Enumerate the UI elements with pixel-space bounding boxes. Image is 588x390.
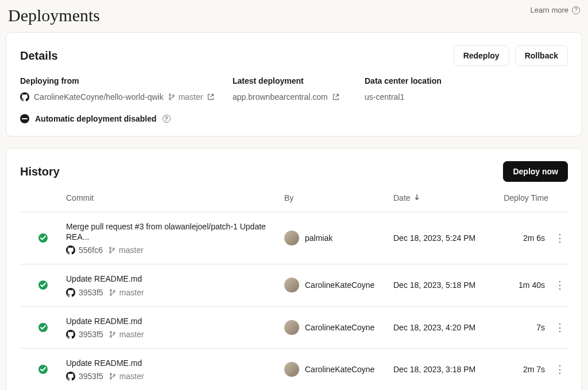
branch-icon (109, 246, 115, 254)
svg-point-9 (110, 332, 111, 333)
svg-point-12 (110, 373, 111, 375)
commit-hash: 556fc6 (79, 245, 103, 255)
commit-message: Update README.md (66, 274, 284, 284)
svg-point-8 (113, 290, 115, 292)
branch-icon (109, 372, 116, 380)
svg-point-2 (172, 95, 174, 96)
history-card: History Deploy now Commit By Date Deploy… (6, 148, 582, 390)
commit-hash-link[interactable]: 3953f5 (66, 288, 103, 297)
commit-hash: 3953f5 (79, 372, 103, 381)
column-commit: Commit (66, 193, 284, 202)
author-name: CarolineKateCoyne (305, 365, 374, 374)
deploy-date: Dec 18, 2023, 4:20 PM (393, 323, 502, 332)
success-status-icon (38, 365, 48, 374)
details-title: Details (20, 49, 58, 63)
author-name: palmiak (305, 233, 332, 243)
svg-point-5 (113, 248, 115, 250)
sort-desc-icon (414, 193, 420, 202)
table-row[interactable]: Update README.md 3953f5 master CarolineK… (20, 264, 568, 306)
learn-more-label: Learn more (531, 6, 568, 14)
deploy-date: Dec 18, 2023, 3:18 PM (393, 365, 502, 374)
commit-hash-link[interactable]: 3953f5 (66, 372, 103, 381)
deploy-date: Dec 18, 2023, 5:18 PM (393, 280, 502, 290)
commit-branch: master (119, 288, 144, 297)
github-icon (20, 92, 29, 102)
data-center-value: us-central1 (365, 92, 404, 102)
commit-hash: 3953f5 (79, 288, 103, 297)
deploy-now-button[interactable]: Deploy now (503, 161, 568, 182)
github-icon (66, 288, 75, 297)
details-card: Details Redeploy Rollback Deploying from… (6, 32, 582, 136)
table-row[interactable]: Update README.md 3953f5 master CarolineK… (20, 307, 568, 349)
branch-icon (109, 330, 116, 338)
commit-hash-link[interactable]: 3953f5 (66, 330, 103, 339)
avatar (284, 278, 299, 292)
row-menu-button[interactable]: ⋮ (548, 364, 571, 375)
deploy-date: Dec 18, 2023, 5:24 PM (393, 233, 502, 243)
rollback-button[interactable]: Rollback (515, 45, 568, 66)
github-icon (66, 245, 75, 255)
deploy-duration: 2m 7s (502, 365, 548, 374)
author-name: CarolineKateCoyne (305, 323, 374, 332)
success-status-icon (38, 233, 48, 243)
commit-message: Update README.md (66, 358, 284, 368)
redeploy-button[interactable]: Redeploy (454, 45, 509, 66)
github-icon (66, 330, 75, 339)
svg-point-11 (113, 332, 115, 334)
avatar (284, 320, 299, 335)
data-center-label: Data center location (365, 76, 568, 85)
column-deploy-time: Deploy Time (502, 193, 548, 202)
commit-branch: master (119, 245, 144, 255)
branch-icon (168, 93, 175, 101)
svg-point-10 (110, 336, 111, 337)
column-date[interactable]: Date (393, 193, 502, 202)
page-title: Deployments (8, 6, 100, 25)
svg-point-7 (110, 294, 111, 295)
disabled-icon (20, 114, 29, 123)
deploy-duration: 2m 6s (502, 233, 548, 243)
external-link-icon[interactable] (207, 93, 214, 100)
branch-icon (109, 288, 116, 297)
repo-link[interactable]: CarolineKateCoyne/hello-world-qwik (34, 92, 164, 102)
commit-branch: master (119, 372, 144, 381)
success-status-icon (38, 280, 48, 290)
svg-point-4 (110, 252, 111, 253)
author-name: CarolineKateCoyne (305, 280, 374, 290)
avatar (284, 362, 299, 377)
auto-deploy-label: Automatic deployment disabled (35, 114, 157, 123)
row-menu-button[interactable]: ⋮ (548, 280, 571, 290)
latest-deployment-label: Latest deployment (233, 76, 359, 85)
row-menu-button[interactable]: ⋮ (548, 322, 571, 333)
commit-hash-link[interactable]: 556fc6 (66, 245, 103, 255)
help-icon[interactable]: ? (163, 115, 171, 123)
column-date-label: Date (393, 193, 411, 202)
svg-point-0 (169, 94, 171, 96)
commit-hash: 3953f5 (79, 330, 103, 339)
branch-name: master (179, 92, 203, 102)
column-by: By (284, 193, 393, 202)
history-title: History (20, 165, 60, 178)
avatar (284, 231, 299, 245)
success-status-icon (38, 323, 48, 332)
commit-message: Merge pull request #3 from olawanlejoel/… (66, 221, 284, 242)
commit-message: Update README.md (66, 316, 284, 326)
deploy-duration: 1m 40s (502, 280, 548, 290)
table-row[interactable]: Update README.md 3953f5 master CarolineK… (20, 349, 568, 390)
help-icon: ? (572, 6, 580, 14)
svg-point-1 (169, 98, 171, 100)
external-link-icon[interactable] (332, 93, 339, 100)
deployment-url-link[interactable]: app.brownbearcentral.com (233, 92, 328, 102)
svg-point-14 (113, 374, 115, 376)
row-menu-button[interactable]: ⋮ (548, 233, 571, 243)
deploy-duration: 7s (502, 323, 548, 332)
commit-branch: master (119, 330, 144, 339)
svg-point-3 (110, 247, 111, 249)
svg-point-6 (110, 289, 111, 291)
deploying-from-label: Deploying from (20, 76, 227, 85)
svg-point-13 (110, 377, 111, 379)
github-icon (66, 372, 75, 381)
learn-more-link[interactable]: Learn more ? (531, 6, 580, 14)
table-row[interactable]: Merge pull request #3 from olawanlejoel/… (20, 212, 568, 264)
